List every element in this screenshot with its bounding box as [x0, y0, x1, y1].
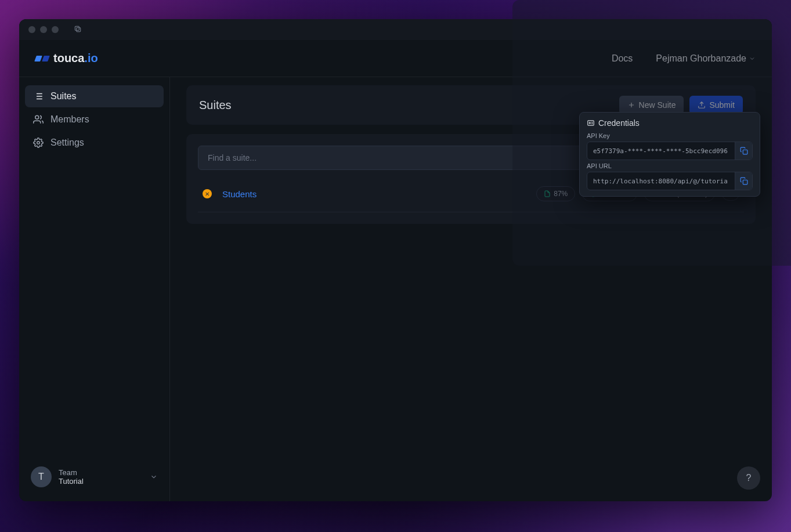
chevron-down-icon — [150, 473, 158, 481]
upload-icon — [698, 101, 706, 109]
svg-point-9 — [37, 142, 40, 144]
svg-rect-1 — [75, 26, 79, 30]
traffic-lights[interactable] — [28, 26, 59, 33]
logo-mark-icon — [35, 56, 49, 61]
traffic-close-icon[interactable] — [28, 26, 35, 33]
svg-point-8 — [35, 115, 39, 119]
nav-user-name: Pejman Ghorbanzade — [656, 53, 746, 64]
main-content: Suites New Suite Submit ✕ Students — [170, 77, 772, 501]
svg-rect-21 — [743, 180, 747, 184]
nav-user-menu[interactable]: Pejman Ghorbanzade — [656, 53, 756, 64]
team-avatar: T — [31, 466, 52, 487]
status-warning-icon: ✕ — [203, 189, 212, 198]
id-card-icon — [587, 119, 595, 127]
sidebar: Suites Members Settings T Team Tutorial — [19, 77, 170, 501]
brand-name: touca — [53, 52, 84, 64]
sidebar-item-suites[interactable]: Suites — [25, 85, 164, 107]
plus-icon — [627, 101, 635, 109]
copy-icon — [740, 147, 748, 155]
traffic-max-icon[interactable] — [52, 26, 59, 33]
topbar: touca.io Docs Pejman Ghorbanzade — [19, 40, 772, 77]
team-switcher[interactable]: T Team Tutorial — [25, 461, 164, 493]
credentials-title: Credentials — [587, 118, 753, 128]
api-url-field — [587, 172, 753, 190]
team-label: Team — [59, 468, 84, 477]
sidebar-item-label: Settings — [50, 137, 84, 148]
svg-rect-20 — [743, 150, 747, 154]
api-url-label: API URL — [587, 162, 753, 169]
nav-docs[interactable]: Docs — [612, 53, 633, 64]
suite-name[interactable]: Students — [222, 189, 257, 199]
copy-api-key-button[interactable] — [735, 142, 752, 160]
file-icon — [544, 190, 551, 197]
brand-tld: .io — [84, 52, 97, 64]
suite-match-pill: 87% — [536, 186, 575, 201]
api-url-input[interactable] — [587, 173, 735, 190]
window-titlebar — [19, 19, 772, 40]
api-key-input[interactable] — [587, 143, 735, 160]
help-button[interactable]: ? — [737, 466, 760, 490]
app-window: touca.io Docs Pejman Ghorbanzade Suites … — [19, 19, 772, 501]
users-icon — [33, 114, 44, 125]
svg-rect-0 — [77, 27, 81, 31]
team-name: Tutorial — [59, 477, 84, 486]
svg-point-17 — [589, 122, 590, 124]
credentials-popover: Credentials API Key API URL — [579, 112, 760, 197]
brand-logo[interactable]: touca.io — [35, 52, 98, 65]
api-key-field — [587, 142, 753, 160]
sidebar-item-label: Members — [50, 114, 89, 125]
sidebar-item-settings[interactable]: Settings — [25, 132, 164, 154]
list-icon — [33, 91, 44, 102]
window-duplicate-icon[interactable] — [74, 25, 82, 35]
traffic-min-icon[interactable] — [40, 26, 47, 33]
copy-icon — [740, 177, 748, 185]
sidebar-item-members[interactable]: Members — [25, 108, 164, 131]
api-key-label: API Key — [587, 132, 753, 139]
help-icon: ? — [746, 473, 752, 483]
chevron-down-icon — [749, 55, 756, 62]
copy-api-url-button[interactable] — [735, 172, 752, 190]
sidebar-item-label: Suites — [50, 91, 76, 102]
page-title: Suites — [199, 99, 232, 112]
gear-icon — [33, 137, 44, 148]
